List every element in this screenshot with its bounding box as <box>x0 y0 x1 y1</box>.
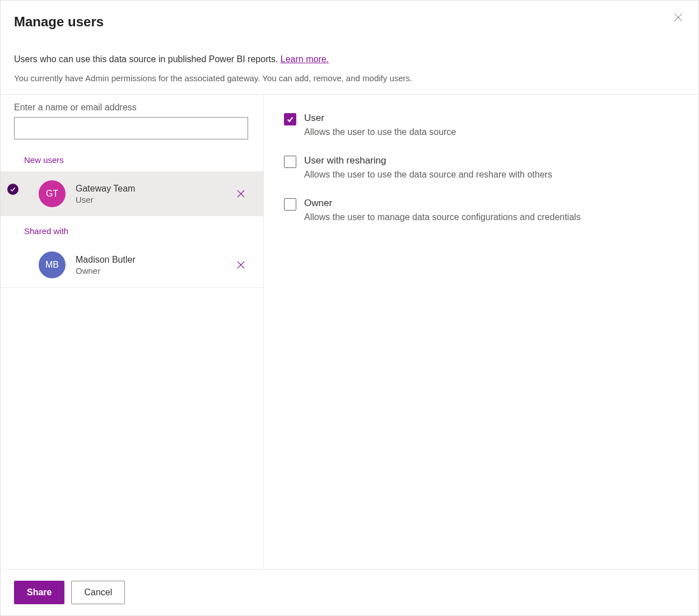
manage-users-dialog: Manage users Users who can use this data… <box>0 0 699 616</box>
name-input-label: Enter a name or email address <box>14 102 250 113</box>
input-section: Enter a name or email address <box>1 95 263 145</box>
role-description: Allows the user to use the data source <box>304 127 683 137</box>
role-checkbox-owner[interactable] <box>284 198 296 211</box>
dialog-body: Enter a name or email address New users … <box>1 95 698 569</box>
remove-user-button[interactable] <box>232 185 250 203</box>
close-icon <box>673 12 684 23</box>
close-icon <box>236 189 245 198</box>
dialog-description-text: Users who can use this data source in pu… <box>14 54 281 64</box>
selected-indicator <box>7 184 18 195</box>
right-pane: User Allows the user to use the data sou… <box>264 95 698 569</box>
remove-user-button[interactable] <box>232 256 250 274</box>
role-label: User with resharing <box>304 155 683 166</box>
user-row-gateway-team[interactable]: GT Gateway Team User <box>1 171 263 216</box>
role-option-user: User Allows the user to use the data sou… <box>284 113 683 137</box>
user-name: Gateway Team <box>76 184 232 194</box>
user-info: Madison Butler Owner <box>76 255 232 276</box>
role-label: User <box>304 113 683 124</box>
left-pane: Enter a name or email address New users … <box>1 95 264 569</box>
role-checkbox-user[interactable] <box>284 113 296 125</box>
role-label: Owner <box>304 198 683 209</box>
check-icon <box>286 115 294 123</box>
new-users-heading: New users <box>1 145 263 171</box>
name-email-input[interactable] <box>14 117 248 139</box>
user-info: Gateway Team User <box>76 184 232 204</box>
dialog-footer: Share Cancel <box>1 569 698 615</box>
role-option-resharing: User with resharing Allows the user to u… <box>284 155 683 180</box>
user-row-madison-butler[interactable]: MB Madison Butler Owner <box>1 242 263 288</box>
permission-note: You currently have Admin permissions for… <box>14 73 685 83</box>
role-text: User Allows the user to use the data sou… <box>304 113 683 137</box>
dialog-description: Users who can use this data source in pu… <box>14 54 685 64</box>
avatar: GT <box>39 180 66 207</box>
close-icon <box>236 260 245 269</box>
role-description: Allows the user to manage data source co… <box>304 212 683 222</box>
role-checkbox-resharing[interactable] <box>284 156 296 168</box>
role-text: Owner Allows the user to manage data sou… <box>304 198 683 222</box>
role-description: Allows the user to use the data source a… <box>304 170 683 180</box>
learn-more-link[interactable]: Learn more. <box>281 54 329 64</box>
role-text: User with resharing Allows the user to u… <box>304 155 683 180</box>
user-role: Owner <box>76 266 232 276</box>
avatar: MB <box>39 251 66 278</box>
share-button[interactable]: Share <box>14 581 64 604</box>
user-name: Madison Butler <box>76 255 232 265</box>
close-button[interactable] <box>669 8 687 26</box>
shared-with-heading: Shared with <box>1 216 263 242</box>
user-role: User <box>76 195 232 204</box>
dialog-title: Manage users <box>14 14 685 30</box>
dialog-header: Manage users Users who can use this data… <box>1 1 698 95</box>
cancel-button[interactable]: Cancel <box>71 581 125 604</box>
check-icon <box>10 186 16 193</box>
role-option-owner: Owner Allows the user to manage data sou… <box>284 198 683 222</box>
